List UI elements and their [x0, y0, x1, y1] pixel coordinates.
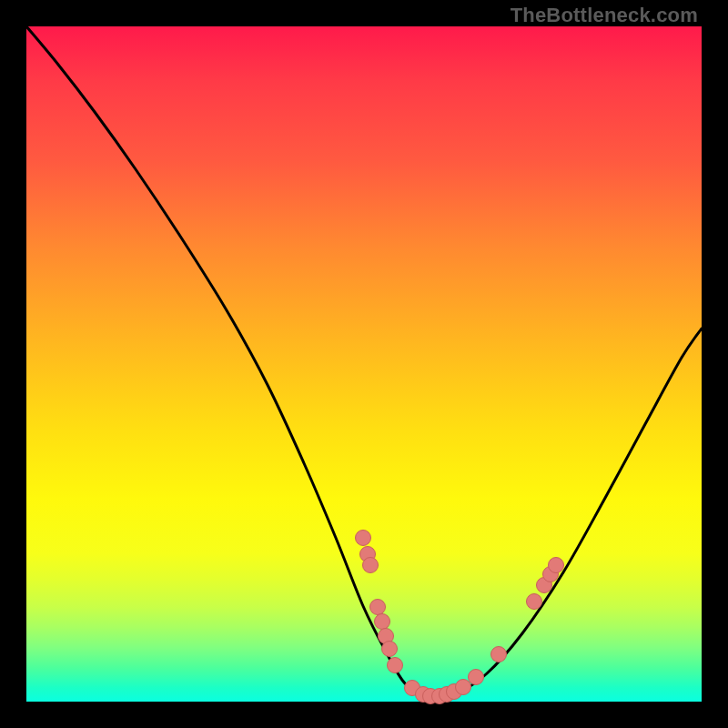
data-point [491, 647, 507, 662]
data-point [549, 558, 564, 573]
chart-frame: TheBottleneck.com [0, 0, 728, 728]
data-point [370, 600, 386, 615]
data-point [375, 614, 390, 630]
data-point [388, 658, 403, 673]
bottleneck-curve [26, 26, 702, 698]
data-point [527, 594, 542, 610]
data-point [382, 642, 398, 657]
data-point [456, 680, 471, 695]
curve-layer [26, 26, 702, 702]
data-point [356, 531, 371, 546]
watermark-text: TheBottleneck.com [511, 4, 698, 27]
data-point [363, 558, 379, 573]
data-point [469, 670, 484, 685]
